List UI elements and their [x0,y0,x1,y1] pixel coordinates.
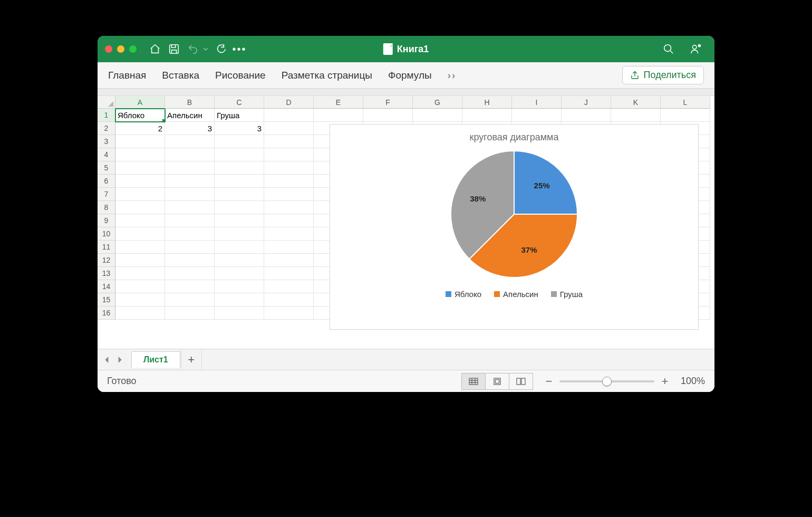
cell[interactable] [215,135,264,148]
cell[interactable] [314,109,363,122]
cell[interactable] [115,227,165,241]
redo-icon[interactable] [212,41,228,57]
row-header[interactable]: 15 [98,293,115,307]
cell[interactable] [264,122,314,135]
undo-icon[interactable] [185,41,201,57]
cell[interactable] [264,214,314,227]
cell[interactable] [264,280,314,293]
column-header[interactable]: A [115,96,165,109]
column-header[interactable]: D [264,96,314,109]
cell[interactable] [264,188,314,201]
maximize-window-button[interactable] [129,45,137,53]
cell[interactable] [115,201,165,214]
column-header[interactable]: H [462,96,512,109]
row-header[interactable]: 12 [98,254,115,267]
column-header[interactable]: E [314,96,363,109]
row-header[interactable]: 16 [98,307,115,320]
cell[interactable]: 3 [215,122,264,135]
cell[interactable] [115,188,165,201]
cell[interactable] [215,293,264,307]
cell[interactable] [264,293,314,307]
cell[interactable]: Яблоко [115,109,165,122]
cell[interactable] [215,267,264,280]
cell[interactable] [215,241,264,254]
tab-pagelayout[interactable]: Разметка страницы [282,70,372,81]
cell[interactable]: 2 [115,122,165,135]
cell[interactable] [264,148,314,161]
cell[interactable] [413,109,462,122]
zoom-thumb[interactable] [602,377,612,386]
column-header[interactable]: F [363,96,413,109]
row-header[interactable]: 10 [98,227,115,241]
cell[interactable] [165,280,215,293]
cell[interactable] [215,280,264,293]
cell[interactable] [264,161,314,175]
cell[interactable]: Апельсин [165,109,215,122]
row-header[interactable]: 6 [98,175,115,188]
cell[interactable]: Груша [215,109,264,122]
zoom-in-button[interactable]: + [660,375,670,388]
cell[interactable] [115,307,165,320]
cell[interactable] [264,307,314,320]
cell[interactable] [165,267,215,280]
cell[interactable] [115,214,165,227]
cell[interactable] [115,280,165,293]
column-header[interactable]: C [215,96,264,109]
view-normal-button[interactable] [461,373,486,390]
cell[interactable] [215,254,264,267]
row-header[interactable]: 4 [98,148,115,161]
home-icon[interactable] [147,41,163,57]
ribbon-overflow[interactable]: ›› [448,70,457,81]
column-header[interactable]: L [661,96,710,109]
row-header[interactable]: 1 [98,109,115,122]
cell[interactable] [215,161,264,175]
sheet-tab-active[interactable]: Лист1 [131,351,180,368]
tab-formulas[interactable]: Формулы [388,70,432,81]
cell[interactable] [165,175,215,188]
cell[interactable] [462,109,512,122]
cell[interactable] [165,254,215,267]
cell[interactable] [115,175,165,188]
cell[interactable] [165,161,215,175]
cell[interactable] [264,109,314,122]
column-header[interactable]: K [611,96,661,109]
sheet-next-button[interactable] [113,353,126,366]
cell[interactable] [661,109,710,122]
cell[interactable] [115,293,165,307]
pie-chart[interactable]: круговая диаграмма 25%37%38% Яблоко Апел… [330,124,699,330]
cell[interactable] [264,175,314,188]
cell[interactable] [115,254,165,267]
cell[interactable] [165,188,215,201]
cell[interactable] [215,227,264,241]
save-icon[interactable] [166,41,182,57]
row-header[interactable]: 11 [98,241,115,254]
cell[interactable] [215,148,264,161]
cell[interactable] [264,227,314,241]
zoom-out-button[interactable]: − [544,375,554,388]
cell[interactable] [165,214,215,227]
row-header[interactable]: 14 [98,280,115,293]
cell[interactable] [115,161,165,175]
cell[interactable] [363,109,413,122]
column-header[interactable]: G [413,96,462,109]
close-window-button[interactable] [105,45,112,53]
cell[interactable] [512,109,562,122]
cell[interactable] [165,227,215,241]
share-button[interactable]: Поделиться [622,66,704,84]
zoom-slider[interactable] [559,380,654,382]
cell[interactable]: 3 [165,122,215,135]
cell[interactable] [562,109,611,122]
cell[interactable] [264,241,314,254]
column-header[interactable]: J [562,96,611,109]
cell[interactable] [115,148,165,161]
cell[interactable] [115,135,165,148]
cell[interactable] [165,293,215,307]
tab-draw[interactable]: Рисование [215,70,266,81]
cell[interactable] [165,201,215,214]
tab-home[interactable]: Главная [108,70,146,81]
row-header[interactable]: 5 [98,161,115,175]
row-header[interactable]: 8 [98,201,115,214]
select-all-corner[interactable] [98,96,115,109]
cell[interactable] [115,267,165,280]
view-pagebreak-button[interactable] [509,373,533,390]
